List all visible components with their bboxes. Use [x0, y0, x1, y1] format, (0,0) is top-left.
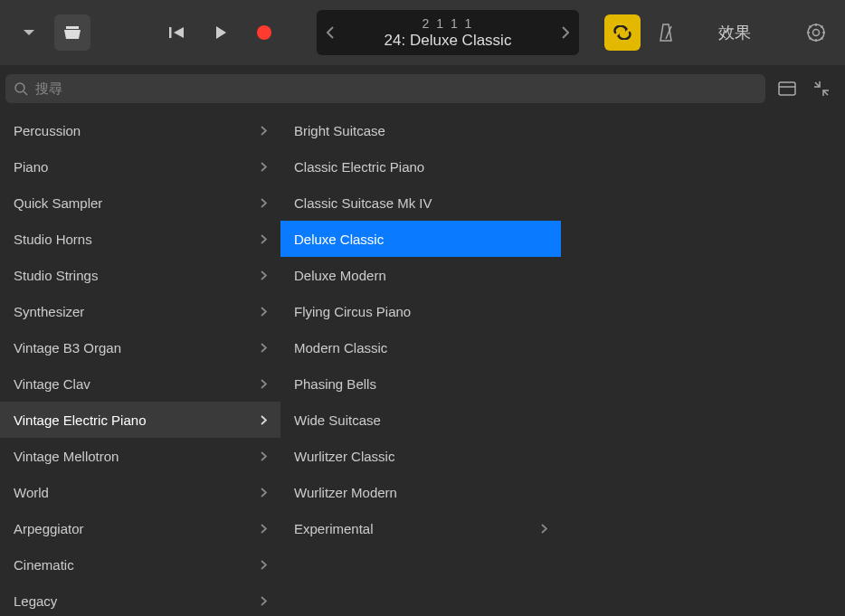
prev-preset-button[interactable] — [317, 26, 344, 39]
list-item-label: Wurlitzer Classic — [294, 449, 394, 464]
list-item[interactable]: Quick Sampler — [0, 185, 280, 221]
list-item-label: World — [14, 485, 49, 500]
chevron-right-icon — [261, 198, 267, 208]
list-item-label: Piano — [14, 159, 48, 175]
detail-column — [561, 112, 845, 616]
chevron-right-icon — [541, 524, 547, 534]
list-item-label: Vintage Mellotron — [14, 449, 119, 464]
list-item[interactable]: Vintage Electric Piano — [0, 402, 280, 438]
chevron-right-icon — [261, 451, 267, 461]
play-button[interactable] — [203, 14, 239, 51]
search-input[interactable]: 搜尋 — [5, 74, 765, 103]
chevron-right-icon — [261, 415, 267, 425]
disclosure-dropdown[interactable] — [11, 14, 47, 51]
view-mode-button[interactable] — [774, 71, 800, 107]
lcd-display: 2 1 1 1 24: Deluxe Classic — [317, 10, 579, 55]
list-item-label: Vintage Clav — [14, 376, 90, 392]
list-item-label: Synthesizer — [14, 304, 84, 319]
list-item[interactable]: Arpeggiator — [0, 510, 280, 546]
list-item-label: Deluxe Classic — [294, 232, 384, 247]
list-item[interactable]: Piano — [0, 148, 280, 185]
list-item-label: Arpeggiator — [14, 521, 84, 536]
lcd-numbers: 2 1 1 1 — [344, 16, 552, 31]
chevron-right-icon — [261, 560, 267, 570]
list-item-label: Deluxe Modern — [294, 268, 386, 283]
list-item[interactable]: Legacy — [0, 583, 280, 616]
search-row: 搜尋 — [0, 65, 845, 112]
cycle-button[interactable] — [604, 14, 641, 51]
search-icon — [14, 82, 28, 96]
list-item-label: Studio Horns — [14, 232, 92, 247]
chevron-right-icon — [261, 234, 267, 244]
list-item-label: Percussion — [14, 123, 81, 138]
chevron-right-icon — [261, 270, 267, 280]
list-item-label: Wurlitzer Modern — [294, 485, 397, 500]
chevron-right-icon — [261, 307, 267, 317]
list-item[interactable]: Vintage Clav — [0, 365, 280, 402]
list-item-label: Vintage B3 Organ — [14, 340, 121, 355]
browser-columns: PercussionPianoQuick SamplerStudio Horns… — [0, 112, 845, 616]
list-item[interactable]: Flying Circus Piano — [280, 293, 561, 329]
svg-rect-1 — [169, 27, 172, 38]
list-item-label: Classic Suitcase Mk IV — [294, 195, 432, 211]
lcd-center[interactable]: 2 1 1 1 24: Deluxe Classic — [344, 16, 552, 50]
list-item[interactable]: Vintage B3 Organ — [0, 329, 280, 365]
list-item[interactable]: Synthesizer — [0, 293, 280, 329]
list-item[interactable]: Wurlitzer Modern — [280, 474, 561, 510]
list-item-label: Phasing Bells — [294, 376, 376, 392]
list-item[interactable]: Classic Electric Piano — [280, 148, 561, 185]
list-item[interactable]: Vintage Mellotron — [0, 438, 280, 474]
chevron-right-icon — [261, 162, 267, 172]
list-item-label: Studio Strings — [14, 268, 98, 283]
chevron-right-icon — [261, 488, 267, 498]
list-item-label: Cinematic — [14, 557, 74, 573]
list-item-label: Vintage Electric Piano — [14, 412, 146, 428]
list-item[interactable]: Deluxe Classic — [280, 221, 561, 257]
list-item-label: Modern Classic — [294, 340, 387, 355]
list-item[interactable]: Studio Strings — [0, 257, 280, 293]
list-item-label: Wide Suitcase — [294, 412, 381, 428]
library-button[interactable] — [54, 14, 90, 51]
svg-rect-16 — [779, 82, 795, 95]
list-item[interactable]: Wurlitzer Classic — [280, 438, 561, 474]
metronome-button[interactable] — [648, 14, 684, 51]
list-item[interactable]: World — [0, 474, 280, 510]
chevron-right-icon — [261, 596, 267, 606]
chevron-right-icon — [261, 126, 267, 136]
list-item[interactable]: Studio Horns — [0, 221, 280, 257]
lcd-preset-name: 24: Deluxe Classic — [344, 32, 552, 50]
next-preset-button[interactable] — [552, 26, 579, 39]
list-item-label: Experimental — [294, 521, 374, 536]
list-item-label: Bright Suitcase — [294, 123, 385, 138]
list-item[interactable]: Classic Suitcase Mk IV — [280, 185, 561, 221]
search-placeholder: 搜尋 — [35, 81, 62, 98]
record-button[interactable] — [246, 14, 282, 51]
top-bar: 2 1 1 1 24: Deluxe Classic 效果 — [0, 0, 845, 65]
list-item-label: Classic Electric Piano — [294, 159, 424, 175]
list-item-label: Flying Circus Piano — [294, 304, 411, 319]
chevron-right-icon — [261, 524, 267, 534]
svg-rect-0 — [66, 26, 79, 29]
list-item[interactable]: Modern Classic — [280, 329, 561, 365]
list-item[interactable]: Bright Suitcase — [280, 112, 561, 148]
list-item[interactable]: Percussion — [0, 112, 280, 148]
list-item-label: Quick Sampler — [14, 195, 102, 211]
chevron-right-icon — [261, 343, 267, 353]
svg-line-15 — [24, 91, 27, 95]
collapse-button[interactable] — [809, 71, 834, 107]
list-item[interactable]: Wide Suitcase — [280, 402, 561, 438]
list-item[interactable]: Cinematic — [0, 546, 280, 583]
settings-button[interactable] — [798, 14, 834, 51]
preset-column: Bright SuitcaseClassic Electric PianoCla… — [280, 112, 561, 616]
list-item-label: Legacy — [14, 593, 57, 609]
svg-point-14 — [15, 83, 24, 92]
list-item[interactable]: Deluxe Modern — [280, 257, 561, 293]
effects-button[interactable]: 效果 — [718, 22, 751, 43]
list-item[interactable]: Phasing Bells — [280, 365, 561, 402]
svg-point-5 — [813, 30, 820, 36]
prev-button[interactable] — [159, 14, 195, 51]
svg-point-2 — [257, 25, 271, 40]
category-column: PercussionPianoQuick SamplerStudio Horns… — [0, 112, 280, 616]
chevron-right-icon — [261, 379, 267, 389]
list-item[interactable]: Experimental — [280, 510, 561, 546]
